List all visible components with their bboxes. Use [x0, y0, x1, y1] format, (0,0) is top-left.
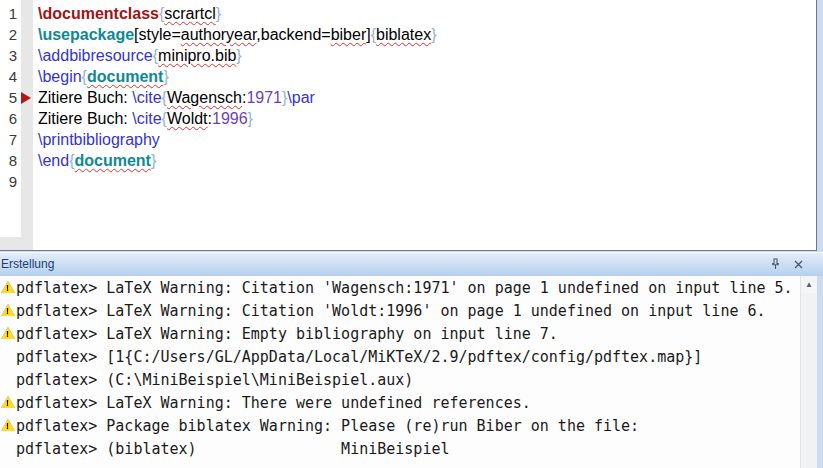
line-number: 1: [0, 3, 17, 24]
line-number: 4: [0, 66, 17, 87]
code-text: [33, 171, 38, 192]
log-line[interactable]: pdflatex> Package biblatex Warning: Plea…: [0, 414, 800, 437]
line-margin: [17, 150, 33, 171]
log-scrollbar[interactable]: ▲: [800, 276, 817, 468]
line-number: 9: [0, 171, 17, 192]
icon-spacer: [0, 437, 16, 460]
warning-triangle-icon: [1, 419, 15, 431]
code-text: \addbibresource{minipro.bib}: [33, 45, 242, 66]
log-line[interactable]: pdflatex> (C:\MiniBeispiel\MiniBeispiel.…: [0, 368, 800, 391]
warning-triangle-icon: [1, 281, 15, 293]
warning-icon: [0, 414, 16, 437]
icon-spacer: [0, 368, 16, 391]
line-number: 6: [0, 108, 17, 129]
log-line[interactable]: pdflatex> [1{C:/Users/GL/AppData/Local/M…: [0, 345, 800, 368]
line-margin: [17, 66, 33, 87]
log-text: pdflatex> Package biblatex Warning: Plea…: [16, 417, 639, 435]
code-text: Zitiere Buch: \cite{Woldt:1996}: [33, 108, 253, 129]
log-text: pdflatex> [1{C:/Users/GL/AppData/Local/M…: [16, 348, 702, 366]
code-text: Zitiere Buch: \cite{Wagensch:1971}\par: [33, 87, 315, 108]
log-text: pdflatex> LaTeX Warning: Citation 'Wagen…: [16, 279, 793, 297]
editor-line[interactable]: 7\printbibliography: [0, 129, 816, 150]
editor-line[interactable]: 6Zitiere Buch: \cite{Woldt:1996}: [0, 108, 816, 129]
editor-line[interactable]: 2\usepackage[style=authoryear,backend=bi…: [0, 24, 816, 45]
line-margin: [17, 129, 33, 150]
editor-line[interactable]: 1\documentclass{scrartcl}: [0, 3, 816, 24]
log-text: pdflatex> LaTeX Warning: Empty bibliogra…: [16, 325, 558, 343]
latex-editor-window: 1\documentclass{scrartcl}2\usepackage[st…: [0, 0, 823, 468]
log-line[interactable]: pdflatex> LaTeX Warning: Citation 'Woldt…: [0, 299, 800, 322]
warning-triangle-icon: [1, 304, 15, 316]
gutter-footer: [0, 237, 33, 250]
log-text: pdflatex> LaTeX Warning: There were unde…: [16, 394, 531, 412]
log-line[interactable]: pdflatex> LaTeX Warning: Empty bibliogra…: [0, 322, 800, 345]
line-number: 7: [0, 129, 17, 150]
warning-icon: [0, 391, 16, 414]
editor-lines: 1\documentclass{scrartcl}2\usepackage[st…: [0, 3, 816, 192]
line-number: 2: [0, 24, 17, 45]
code-text: \usepackage[style=authoryear,backend=bib…: [33, 24, 437, 45]
pin-icon[interactable]: [768, 257, 782, 271]
log-text: pdflatex> (biblatex) MiniBeispiel: [16, 440, 449, 458]
editor-line[interactable]: 5Zitiere Buch: \cite{Wagensch:1971}\par: [0, 87, 816, 108]
warning-icon: [0, 276, 16, 299]
editor-line[interactable]: 8\end{document}: [0, 150, 816, 171]
warning-triangle-icon: [1, 396, 15, 408]
warning-triangle-icon: [1, 327, 15, 339]
build-output-log[interactable]: pdflatex> LaTeX Warning: Citation 'Wagen…: [0, 276, 800, 468]
icon-spacer: [0, 345, 16, 368]
code-text: \documentclass{scrartcl}: [33, 3, 221, 24]
line-margin: [17, 87, 33, 108]
scrollbar-up-arrow[interactable]: ▲: [801, 276, 817, 293]
editor-line[interactable]: 4\begin{document}: [0, 66, 816, 87]
line-number: 8: [0, 150, 17, 171]
output-panel-header[interactable]: Erstellung: [0, 252, 823, 276]
editor-line[interactable]: 9: [0, 171, 816, 192]
line-margin: [17, 24, 33, 45]
warning-icon: [0, 322, 16, 345]
source-editor[interactable]: 1\documentclass{scrartcl}2\usepackage[st…: [0, 0, 817, 251]
log-line[interactable]: pdflatex> LaTeX Warning: There were unde…: [0, 391, 800, 414]
line-margin: [17, 108, 33, 129]
line-margin: [17, 171, 33, 192]
log-text: pdflatex> (C:\MiniBeispiel\MiniBeispiel.…: [16, 371, 413, 389]
line-number: 3: [0, 45, 17, 66]
line-number: 5: [0, 87, 17, 108]
line-margin: [17, 45, 33, 66]
close-icon[interactable]: [791, 257, 805, 271]
line-margin: [17, 3, 33, 24]
code-text: \end{document}: [33, 150, 156, 171]
log-text: pdflatex> LaTeX Warning: Citation 'Woldt…: [16, 302, 766, 320]
panel-title: Erstellung: [1, 253, 54, 276]
code-text: \printbibliography: [33, 129, 160, 150]
editor-line[interactable]: 3\addbibresource{minipro.bib}: [0, 45, 816, 66]
log-line[interactable]: pdflatex> (biblatex) MiniBeispiel: [0, 437, 800, 460]
current-line-marker-icon: [21, 92, 31, 104]
log-line[interactable]: pdflatex> LaTeX Warning: Citation 'Wagen…: [0, 276, 800, 299]
warning-icon: [0, 299, 16, 322]
code-text: \begin{document}: [33, 66, 169, 87]
